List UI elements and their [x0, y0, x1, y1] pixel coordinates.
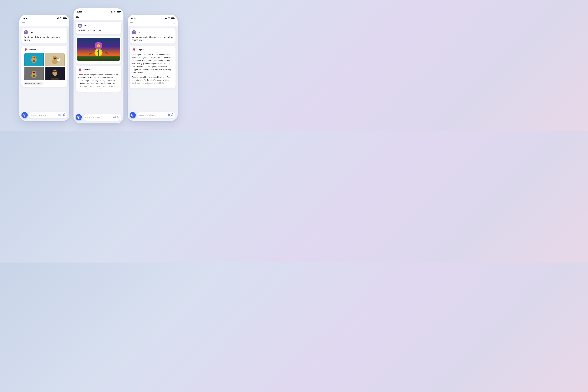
status-time-right: 12:15: [131, 17, 136, 20]
status-time-center: 12:15: [77, 10, 82, 13]
svg-rect-57: [76, 16, 78, 17]
input-area-right: Ask me anything...: [128, 110, 178, 121]
status-bar-right: 12:15: [128, 15, 178, 21]
user-text-left: Create a realistic image of a happy dog …: [24, 36, 65, 42]
fable-text-container: Once upon a time, in a tranquil pond nes…: [132, 53, 173, 86]
copilot-name-left: Copilot: [30, 49, 36, 51]
svg-rect-63: [77, 56, 120, 60]
svg-rect-0: [22, 22, 25, 22]
image-grid-left: [24, 53, 65, 80]
svg-point-50: [24, 115, 25, 116]
phone-right: 12:15: [128, 15, 178, 121]
svg-point-11: [33, 58, 34, 58]
svg-point-70: [98, 45, 99, 46]
svg-rect-56: [76, 16, 79, 16]
svg-rect-58: [76, 17, 79, 18]
copilot-text-center: Based on the image you sent, I think the…: [78, 73, 119, 90]
svg-point-48: [52, 72, 53, 74]
input-box-left[interactable]: Ask me anything...: [29, 112, 67, 118]
user-name-center: You: [84, 24, 87, 27]
menu-icon-center[interactable]: [76, 15, 79, 18]
svg-rect-24: [56, 58, 60, 61]
signal-icon-right: [165, 17, 167, 19]
svg-point-21: [54, 58, 55, 59]
camera-icon-left[interactable]: [58, 114, 62, 117]
camera-icon-right[interactable]: [167, 114, 170, 117]
mic-icon-right[interactable]: [171, 113, 174, 117]
svg-rect-80: [130, 23, 132, 23]
user-avatar-center: [78, 24, 82, 28]
user-message-center: You What kind of flower is this?: [76, 22, 122, 34]
svg-point-22: [55, 58, 56, 59]
svg-point-52: [60, 114, 60, 116]
more-icon-center[interactable]: ···: [118, 15, 121, 18]
svg-rect-88: [172, 114, 173, 115]
svg-point-85: [132, 115, 133, 116]
user-name-right: You: [138, 31, 141, 33]
user-avatar-left: [24, 30, 28, 34]
status-time-left: 12:15: [23, 17, 28, 20]
svg-point-44: [54, 71, 55, 72]
phones-container: 12:15: [0, 2, 197, 129]
wifi-icon-right: [168, 17, 170, 19]
svg-rect-47: [56, 70, 57, 72]
phone-left: 12:15: [20, 15, 70, 121]
user-message-right: You Write an original fable about a fish…: [130, 28, 176, 44]
input-placeholder-right: Ask me anything...: [139, 114, 167, 116]
status-icons-center: [111, 10, 120, 13]
camera-icon-center[interactable]: [112, 116, 116, 119]
svg-point-59: [80, 25, 80, 26]
nav-bar-right: ···: [128, 21, 178, 26]
menu-icon-right[interactable]: [130, 22, 133, 25]
svg-point-73: [78, 117, 79, 118]
svg-rect-81: [130, 24, 133, 24]
svg-point-39: [50, 78, 59, 80]
dog-image-3: [24, 67, 44, 80]
dog-image-1: [24, 53, 44, 66]
svg-point-12: [34, 58, 35, 58]
status-icons-right: [165, 17, 174, 19]
svg-point-13: [34, 58, 34, 59]
add-button-center[interactable]: [76, 114, 82, 120]
copilot-logo-center: [78, 68, 82, 72]
battery-icon-center: [117, 11, 120, 12]
svg-point-34: [33, 72, 34, 73]
add-button-left[interactable]: [22, 112, 28, 118]
user-text-center: What kind of flower is this?: [78, 29, 119, 32]
wifi-icon-center: [114, 10, 116, 13]
svg-point-3: [25, 31, 26, 32]
add-button-right[interactable]: [130, 112, 136, 118]
user-avatar-right: [132, 30, 136, 34]
battery-icon-left: [63, 18, 66, 19]
input-placeholder-center: Ask me anything...: [85, 116, 112, 118]
copilot-message-center: Copilot Based on the image you sent, I t…: [76, 66, 122, 92]
flower-image-message: [76, 36, 122, 64]
nav-bar-left: ···: [20, 21, 70, 26]
svg-rect-1: [22, 23, 24, 23]
copilot-logo-left: [24, 48, 28, 52]
copilot-message-right: Copilot Once upon a time, in a tranquil …: [130, 46, 176, 88]
copilot-logo-right: [132, 48, 136, 52]
menu-icon-left[interactable]: [22, 22, 25, 25]
svg-rect-76: [118, 116, 119, 118]
svg-point-15: [33, 60, 35, 62]
mic-icon-left[interactable]: [63, 113, 65, 117]
input-box-center[interactable]: Ask me anything...: [83, 114, 122, 121]
svg-point-37: [33, 74, 35, 77]
input-box-right[interactable]: Ask me anything...: [137, 112, 176, 118]
phone-center: 12:15: [74, 8, 124, 123]
svg-point-45: [55, 71, 56, 72]
battery-icon-right: [171, 18, 174, 19]
copilot-name-center: Copilot: [84, 69, 90, 71]
dalle-badge: Powered by DALL•E 3: [24, 82, 43, 85]
copilot-name-right: Copilot: [138, 49, 144, 51]
svg-point-35: [34, 72, 35, 73]
fable-paragraph-1: Once upon a time, in a tranquil pond nes…: [132, 53, 173, 74]
svg-point-87: [168, 114, 169, 116]
more-icon-right[interactable]: ···: [172, 22, 175, 25]
mic-icon-center[interactable]: [117, 116, 119, 119]
dog-image-2: [45, 53, 65, 66]
more-icon-left[interactable]: ···: [64, 22, 67, 25]
svg-rect-53: [64, 114, 65, 115]
status-icons-left: [56, 17, 66, 19]
